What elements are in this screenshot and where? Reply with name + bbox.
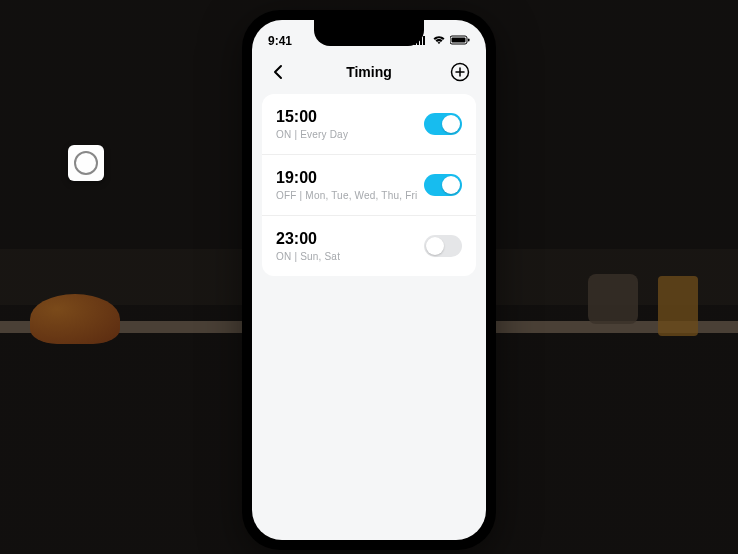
schedule-time: 15:00 <box>276 108 348 126</box>
juice-glass <box>658 276 698 336</box>
schedule-card: 15:00 ON | Every Day 19:00 OFF | Mon, Tu… <box>262 94 476 276</box>
schedule-row[interactable]: 23:00 ON | Sun, Sat <box>262 216 476 276</box>
schedule-row[interactable]: 15:00 ON | Every Day <box>262 94 476 155</box>
schedule-row[interactable]: 19:00 OFF | Mon, Tue, Wed, Thu, Fri <box>262 155 476 216</box>
phone-frame: 9:41 Timing <box>242 10 496 550</box>
toggle-knob <box>442 176 460 194</box>
schedule-subtitle: ON | Every Day <box>276 129 348 140</box>
toggle-knob <box>426 237 444 255</box>
chevron-left-icon <box>273 64 283 80</box>
schedule-row-info: 23:00 ON | Sun, Sat <box>276 230 340 262</box>
schedule-toggle[interactable] <box>424 174 462 196</box>
status-time: 9:41 <box>268 34 292 48</box>
add-button[interactable] <box>448 60 472 84</box>
utensil-holder <box>588 274 638 324</box>
schedule-subtitle: OFF | Mon, Tue, Wed, Thu, Fri <box>276 190 417 201</box>
schedule-subtitle: ON | Sun, Sat <box>276 251 340 262</box>
fruit-basket <box>30 294 120 344</box>
back-button[interactable] <box>266 60 290 84</box>
schedule-toggle[interactable] <box>424 235 462 257</box>
schedule-toggle[interactable] <box>424 113 462 135</box>
phone-notch <box>314 20 424 46</box>
schedule-time: 23:00 <box>276 230 340 248</box>
wifi-icon <box>432 34 446 48</box>
battery-icon <box>450 34 470 48</box>
svg-rect-3 <box>423 36 425 45</box>
page-title: Timing <box>346 64 392 80</box>
schedule-row-info: 15:00 ON | Every Day <box>276 108 348 140</box>
svg-rect-5 <box>452 38 466 43</box>
plus-circle-icon <box>450 62 470 82</box>
svg-rect-6 <box>468 39 470 42</box>
schedule-time: 19:00 <box>276 169 417 187</box>
schedule-row-info: 19:00 OFF | Mon, Tue, Wed, Thu, Fri <box>276 169 417 201</box>
phone-screen: 9:41 Timing <box>252 20 486 540</box>
nav-bar: Timing <box>252 54 486 94</box>
smart-plug <box>68 145 104 181</box>
toggle-knob <box>442 115 460 133</box>
